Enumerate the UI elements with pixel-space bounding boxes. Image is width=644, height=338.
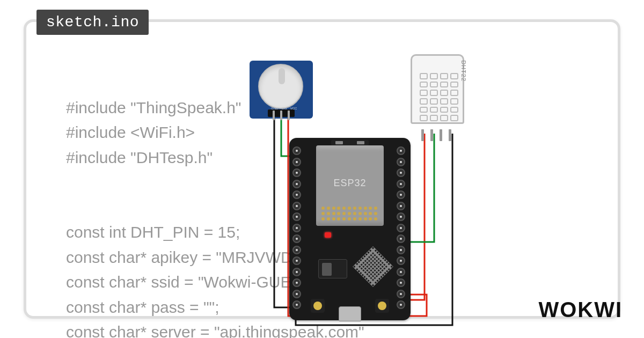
pad-icon — [348, 207, 351, 210]
code-line: const int DHT_PIN = 15; — [66, 223, 240, 241]
pad-icon — [321, 212, 325, 215]
pinhole-icon — [397, 202, 405, 210]
pinhole-icon — [397, 256, 405, 265]
pinhole-icon — [292, 168, 301, 177]
pad-icon — [374, 212, 377, 215]
pad-icon — [342, 207, 346, 210]
code-line: #include <WiFi.h> — [66, 123, 195, 141]
pin-header-left — [292, 146, 303, 309]
vent-hole-icon — [430, 90, 438, 96]
usb-chip-icon — [356, 250, 390, 283]
file-tab[interactable]: sketch.ino — [36, 10, 149, 35]
wiring-diagram: GND SIG VCC DHT22 — [230, 54, 531, 333]
vent-hole-icon — [420, 73, 428, 79]
vent-hole-icon — [430, 73, 438, 79]
shield-pads-icon — [321, 207, 378, 222]
esp32-board[interactable]: ESP32 — [289, 138, 411, 320]
esp32-shield: ESP32 — [316, 145, 384, 226]
pin-icon — [449, 129, 451, 141]
project-card: #include "ThingSpeak.h" #include <WiFi.h… — [24, 19, 620, 319]
vent-hole-icon — [440, 98, 448, 105]
pinhole-icon — [397, 234, 405, 243]
pad-icon — [358, 207, 362, 210]
antenna-icon — [331, 140, 369, 145]
pad-icon — [374, 207, 377, 210]
vent-hole-icon — [440, 82, 448, 88]
pinhole-icon — [397, 290, 405, 298]
pad-icon — [337, 207, 340, 210]
code-line: #include "ThingSpeak.h" — [66, 99, 241, 116]
dht22-grille-icon — [420, 73, 458, 121]
pad-icon — [353, 217, 356, 221]
reset-button[interactable] — [311, 299, 325, 313]
pinhole-icon — [292, 212, 301, 221]
pinhole-icon — [397, 300, 405, 309]
pad-icon — [353, 212, 356, 215]
vent-hole-icon — [430, 98, 438, 105]
pin-icon — [288, 111, 290, 120]
pad-icon — [353, 207, 356, 210]
vent-hole-icon — [440, 115, 448, 121]
pad-icon — [369, 217, 372, 221]
pin-icon — [421, 129, 424, 141]
dht22-sensor[interactable]: DHT22 — [411, 54, 464, 134]
pin-icon — [440, 129, 442, 141]
pad-icon — [364, 217, 367, 221]
pad-icon — [337, 217, 340, 221]
pad-icon — [369, 212, 372, 215]
pin-icon — [280, 111, 282, 120]
pad-icon — [332, 207, 335, 210]
dht22-pins — [421, 129, 451, 141]
pinhole-icon — [292, 234, 301, 243]
pad-icon — [348, 217, 351, 221]
pin-header-right — [397, 146, 407, 309]
potentiometer-module[interactable]: GND SIG VCC — [250, 61, 313, 119]
vent-hole-icon — [430, 107, 438, 113]
vent-hole-icon — [450, 115, 458, 121]
boot-button[interactable] — [375, 299, 389, 313]
pad-icon — [342, 212, 346, 215]
pinhole-icon — [292, 224, 301, 232]
vent-hole-icon — [450, 107, 458, 113]
pinhole-icon — [397, 246, 405, 254]
pad-icon — [364, 212, 367, 215]
pad-icon — [327, 207, 330, 210]
pad-icon — [332, 217, 335, 221]
pinhole-icon — [292, 278, 301, 287]
pad-icon — [358, 217, 362, 221]
pad-icon — [337, 212, 340, 215]
vent-hole-icon — [430, 115, 438, 121]
potentiometer-dial-icon[interactable] — [258, 64, 303, 109]
code-line: const char* pass = ""; — [66, 298, 219, 316]
pinhole-icon — [292, 268, 301, 276]
vent-hole-icon — [420, 82, 428, 88]
pinhole-icon — [397, 146, 405, 155]
usb-port-icon — [339, 306, 361, 321]
dht22-label: DHT22 — [460, 60, 467, 82]
vent-hole-icon — [440, 73, 448, 79]
vent-hole-icon — [420, 98, 428, 105]
pin-icon — [430, 129, 433, 141]
vent-hole-icon — [440, 107, 448, 113]
pad-icon — [374, 217, 377, 221]
pinhole-icon — [397, 278, 405, 287]
pad-icon — [327, 212, 330, 215]
pinhole-icon — [292, 256, 301, 265]
pinhole-icon — [292, 300, 301, 309]
vent-hole-icon — [450, 82, 458, 88]
file-tab-label: sketch.ino — [46, 14, 139, 31]
vent-hole-icon — [420, 90, 428, 96]
vent-hole-icon — [450, 73, 458, 79]
wokwi-logo: WOKWI — [538, 298, 623, 322]
boot-switch[interactable] — [318, 259, 347, 278]
pinhole-icon — [397, 268, 405, 276]
pinhole-icon — [397, 224, 405, 232]
vent-hole-icon — [430, 82, 438, 88]
power-led-icon — [325, 232, 331, 238]
dht22-body: DHT22 — [411, 54, 464, 124]
vent-hole-icon — [450, 90, 458, 96]
pinhole-icon — [397, 212, 405, 221]
esp32-label: ESP32 — [316, 178, 384, 189]
pinhole-icon — [292, 190, 301, 199]
pinhole-icon — [292, 180, 301, 188]
